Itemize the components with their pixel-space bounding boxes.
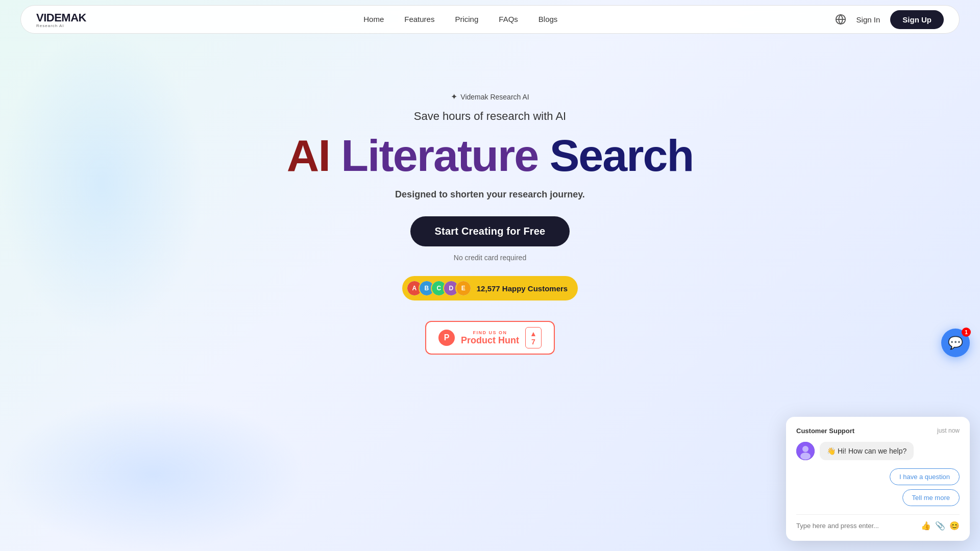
title-word-ai: AI xyxy=(287,130,330,181)
avatar-5: E xyxy=(455,280,472,296)
product-hunt-badge[interactable]: P FIND US ON Product Hunt ▲ 7 xyxy=(425,321,555,355)
nav-home[interactable]: Home xyxy=(363,15,384,23)
globe-icon xyxy=(835,14,846,25)
chat-message-row: 👋 Hi! How can we help? xyxy=(796,442,960,460)
title-word-search: Search xyxy=(550,130,694,181)
signin-button[interactable]: Sign In xyxy=(856,15,880,24)
chat-thumbs-up-icon[interactable]: 👍 xyxy=(921,521,931,531)
chat-input-row: 👍 📎 😊 xyxy=(796,514,960,531)
logo[interactable]: VIDEMAK Research AI xyxy=(36,11,86,28)
chat-agent-avatar xyxy=(796,442,815,460)
no-credit-text: No credit card required xyxy=(454,254,526,262)
nav-faqs[interactable]: FAQs xyxy=(499,15,518,23)
navbar-right: Sign In Sign Up xyxy=(835,10,944,29)
svg-point-3 xyxy=(802,446,808,452)
hero-section: ✦ Videmak Research AI Save hours of rese… xyxy=(0,0,980,355)
nav-features[interactable]: Features xyxy=(404,15,434,23)
chat-emoji-icon[interactable]: 😊 xyxy=(949,521,960,531)
chat-welcome-message: 👋 Hi! How can we help? xyxy=(820,442,914,460)
chat-bubble-trigger[interactable]: 💬 1 xyxy=(941,329,970,357)
product-hunt-text: FIND US ON Product Hunt xyxy=(461,330,519,346)
product-hunt-votes: ▲ 7 xyxy=(525,327,542,348)
hero-badge: ✦ Videmak Research AI xyxy=(451,92,529,102)
hero-badge-text: Videmak Research AI xyxy=(460,93,529,101)
signup-button[interactable]: Sign Up xyxy=(890,10,944,29)
hero-title: AI Literature Search xyxy=(287,133,693,178)
cta-button[interactable]: Start Creating for Free xyxy=(410,216,570,246)
svg-point-4 xyxy=(800,453,811,460)
sparkle-icon: ✦ xyxy=(451,92,457,102)
chat-bubble-icon: 💬 xyxy=(948,336,963,350)
customers-count-text: 12,577 Happy Customers xyxy=(477,284,568,293)
upvote-arrow-icon: ▲ xyxy=(530,330,537,338)
title-word-literature: Literature xyxy=(341,130,538,181)
hero-subtitle: Save hours of research with AI xyxy=(414,110,566,123)
chat-support-label: Customer Support xyxy=(796,427,854,435)
upvote-count: 7 xyxy=(531,338,535,346)
product-hunt-name: Product Hunt xyxy=(461,335,519,346)
nav-blogs[interactable]: Blogs xyxy=(538,15,558,23)
chat-options: I have a question Tell me more xyxy=(796,468,960,506)
nav-pricing[interactable]: Pricing xyxy=(455,15,478,23)
avatar-circle-5: E xyxy=(456,281,471,295)
chat-notification-badge: 1 xyxy=(962,328,971,337)
logo-name: VIDEMAK xyxy=(36,11,86,24)
chat-time: just now xyxy=(937,427,960,434)
chat-attach-icon[interactable]: 📎 xyxy=(935,521,945,531)
chat-option-question[interactable]: I have a question xyxy=(890,468,960,485)
customers-pill: A B C D E 12,577 Happy Customers xyxy=(402,276,578,300)
navbar: VIDEMAK Research AI Home Features Pricin… xyxy=(20,5,960,34)
chat-widget: Customer Support just now 👋 Hi! How can … xyxy=(786,417,970,541)
chat-action-icons: 👍 📎 😊 xyxy=(921,521,960,531)
product-hunt-logo: P xyxy=(438,330,455,346)
chat-input-field[interactable] xyxy=(796,522,917,530)
main-nav: Home Features Pricing FAQs Blogs xyxy=(363,15,557,24)
hero-description: Designed to shorten your research journe… xyxy=(395,189,585,200)
chat-option-more[interactable]: Tell me more xyxy=(902,489,960,506)
product-hunt-find: FIND US ON xyxy=(461,330,519,335)
chat-header: Customer Support just now xyxy=(796,427,960,435)
customer-avatars: A B C D E xyxy=(406,280,472,296)
agent-avatar-icon xyxy=(796,442,815,460)
